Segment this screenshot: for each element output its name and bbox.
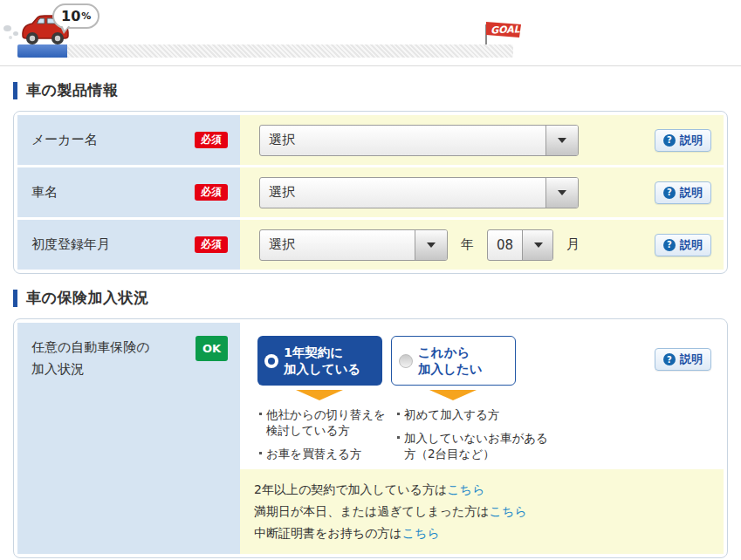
select-value: 08	[488, 230, 522, 260]
field-label: 車名	[31, 184, 58, 201]
note-line: 満期日が本日、または過ぎてしまった方はこちら	[254, 501, 715, 522]
section-header-insurance: 車の保険加入状況	[13, 288, 728, 308]
note-line: 中断証明書をお持ちの方はこちら	[254, 522, 715, 544]
chevron-down-icon	[522, 230, 553, 260]
bullet-item: 初めて加入する方	[395, 406, 548, 422]
option-arrows	[257, 390, 724, 400]
option-descriptions: 他社からの切り替えを検討している方 お車を買替える方 初めて加入する方 加入して…	[257, 406, 724, 469]
field-label: 任意の自動車保険の加入状況	[31, 337, 162, 380]
note-text: 満期日が本日、または過ぎてしまった方は	[254, 504, 490, 518]
radio-selected-icon	[264, 354, 278, 368]
field-input-cell: 選択 ? 説明	[240, 167, 724, 217]
note-line: 2年以上の契約で加入している方はこちら	[254, 479, 715, 501]
registration-year-select[interactable]: 選択	[259, 229, 448, 261]
kochira-link[interactable]: こちら	[402, 526, 440, 540]
chevron-down-icon	[545, 178, 578, 208]
maker-select[interactable]: 選択	[259, 125, 579, 156]
section-accent-bar	[13, 82, 17, 99]
form-row-registration: 初度登録年月 必須 選択 年 08 月 ? 説明	[17, 220, 724, 270]
help-button-insurance[interactable]: ? 説明	[655, 348, 711, 371]
radio-card-label: 1年契約に 加入している	[284, 345, 360, 378]
form-row-maker: メーカー名 必須 選択 ? 説明	[17, 115, 724, 165]
help-label: 説明	[680, 352, 703, 367]
carname-select[interactable]: 選択	[259, 177, 579, 208]
select-value: 選択	[260, 178, 545, 208]
chevron-down-icon	[415, 230, 447, 260]
help-label: 説明	[680, 133, 703, 148]
notes-box: 2年以上の契約で加入している方はこちら 満期日が本日、または過ぎてしまった方はこ…	[240, 469, 724, 554]
progress-track	[17, 44, 513, 58]
help-label: 説明	[680, 237, 703, 253]
question-icon: ?	[663, 134, 676, 147]
insurance-status-panel: 任意の自動車保険の加入状況 OK ? 説明 1年契約に 加入している	[13, 318, 728, 558]
question-icon: ?	[663, 353, 676, 365]
select-value: 選択	[260, 126, 545, 155]
bullet-list-option2: 初めて加入する方 加入していないお車がある方（2台目など）	[395, 406, 548, 469]
field-input-cell: 選択 年 08 月 ? 説明	[240, 220, 724, 270]
progress-header: 10% GOAL!	[0, 0, 741, 66]
kochira-link[interactable]: こちら	[490, 504, 527, 518]
kochira-link[interactable]: こちら	[447, 482, 484, 496]
chevron-down-icon	[545, 126, 578, 155]
progress-fill	[17, 44, 67, 58]
note-text: 中断証明書をお持ちの方は	[254, 526, 402, 540]
section-title: 車の保険加入状況	[26, 288, 148, 308]
section-title: 車の製品情報	[26, 80, 118, 100]
arrow-down-icon	[296, 390, 343, 400]
field-input-cell: ? 説明 1年契約に 加入している これから	[240, 323, 724, 554]
bullet-item: 加入していないお車がある方（2台目など）	[395, 430, 548, 461]
radio-unselected-icon	[399, 354, 413, 368]
radio-card-label-line1: 1年契約に	[284, 345, 343, 359]
section-header-product: 車の製品情報	[13, 80, 728, 100]
progress-percent-badge: 10%	[52, 3, 99, 29]
ok-status-badge: OK	[196, 336, 228, 361]
radio-card-label-line1: これから	[418, 345, 470, 359]
help-button-registration[interactable]: ? 説明	[655, 234, 711, 256]
svg-text:GOAL!: GOAL!	[491, 24, 524, 36]
help-button-carname[interactable]: ? 説明	[655, 181, 711, 204]
section-accent-bar	[13, 290, 17, 307]
year-unit-label: 年	[461, 236, 474, 253]
question-icon: ?	[663, 187, 676, 199]
product-info-panel: メーカー名 必須 選択 ? 説明 車名 必須 選択 ? 説明	[13, 111, 728, 274]
bullet-item: お車を買替える方	[257, 446, 393, 461]
field-label: 初度登録年月	[31, 236, 110, 253]
bullet-item: 他社からの切り替えを検討している方	[257, 406, 393, 438]
form-row-carname: 車名 必須 選択 ? 説明	[17, 167, 724, 217]
arrow-down-icon	[429, 390, 477, 400]
bullet-list-option1: 他社からの切り替えを検討している方 お車を買替える方	[257, 406, 393, 469]
radio-card-has-contract[interactable]: 1年契約に 加入している	[257, 336, 382, 386]
form-row-insurance: 任意の自動車保険の加入状況 OK ? 説明 1年契約に 加入している	[17, 323, 724, 554]
required-badge: 必須	[195, 236, 228, 253]
required-badge: 必須	[195, 184, 228, 201]
radio-card-label-line2: 加入している	[284, 362, 360, 376]
question-icon: ?	[663, 239, 676, 251]
radio-card-label: これから 加入したい	[418, 345, 483, 378]
progress-percent-value: 10	[61, 8, 80, 24]
progress-percent-unit: %	[81, 10, 91, 22]
insurance-options-area: 1年契約に 加入している これから 加入したい	[240, 323, 724, 469]
select-value: 選択	[260, 230, 415, 260]
note-text: 2年以上の契約で加入している方は	[254, 482, 447, 496]
help-label: 説明	[680, 185, 703, 201]
field-label-cell: メーカー名 必須	[17, 115, 240, 165]
registration-month-select[interactable]: 08	[487, 229, 553, 261]
field-label: メーカー名	[31, 132, 98, 148]
radio-card-new-contract[interactable]: これから 加入したい	[391, 336, 516, 386]
field-label-cell: 任意の自動車保険の加入状況 OK	[17, 323, 240, 554]
required-badge: 必須	[195, 132, 228, 148]
radio-card-group: 1年契約に 加入している これから 加入したい	[257, 336, 724, 386]
field-input-cell: 選択 ? 説明	[240, 115, 724, 165]
field-label-cell: 初度登録年月 必須	[17, 220, 240, 270]
month-unit-label: 月	[566, 236, 580, 253]
radio-card-label-line2: 加入したい	[418, 362, 483, 376]
field-label-cell: 車名 必須	[17, 167, 240, 217]
help-button-maker[interactable]: ? 説明	[655, 129, 711, 152]
